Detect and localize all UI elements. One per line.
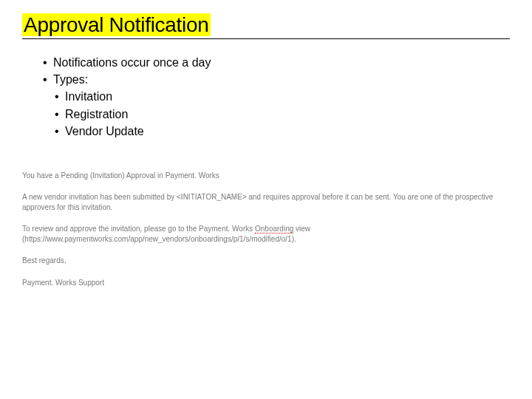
list-item: • Notifications occur once a day [43, 54, 510, 71]
list-item: • Vendor Update [55, 123, 510, 140]
list-item-text: Types: [53, 71, 88, 88]
sub-list: • Invitation • Registration • Vendor Upd… [55, 88, 510, 140]
email-body: A new vendor invitation has been submitt… [22, 192, 510, 212]
list-item: • Types: [43, 71, 510, 88]
bullet-icon: • [55, 106, 65, 123]
email-action-close: ). [292, 235, 296, 243]
email-signoff: Best regards, [22, 256, 510, 266]
bullet-icon: • [55, 123, 65, 140]
email-action-line: To review and approve the invitation, pl… [22, 224, 510, 244]
list-item-text: Notifications occur once a day [53, 54, 211, 71]
bullet-icon: • [43, 71, 53, 88]
title-row: Approval Notification [22, 13, 510, 39]
email-url: https://www.paymentworks.com/app/new_ven… [24, 235, 291, 243]
list-item-text: Registration [65, 106, 128, 123]
page-title: Approval Notification [22, 13, 211, 36]
list-item-text: Invitation [65, 88, 112, 105]
email-signature: Payment. Works Support [22, 278, 510, 288]
email-subject: You have a Pending (Invitation) Approval… [22, 171, 510, 181]
bullet-icon: • [43, 54, 53, 71]
email-action-prefix: To review and approve the invitation, pl… [22, 225, 255, 233]
email-preview: You have a Pending (Invitation) Approval… [22, 171, 510, 288]
list-item: • Registration [55, 106, 510, 123]
list-item: • Invitation [55, 88, 510, 105]
bullet-icon: • [55, 88, 65, 105]
email-action-underlined: Onboarding [255, 225, 293, 233]
list-item-text: Vendor Update [65, 123, 144, 140]
bullet-list: • Notifications occur once a day • Types… [43, 54, 510, 140]
